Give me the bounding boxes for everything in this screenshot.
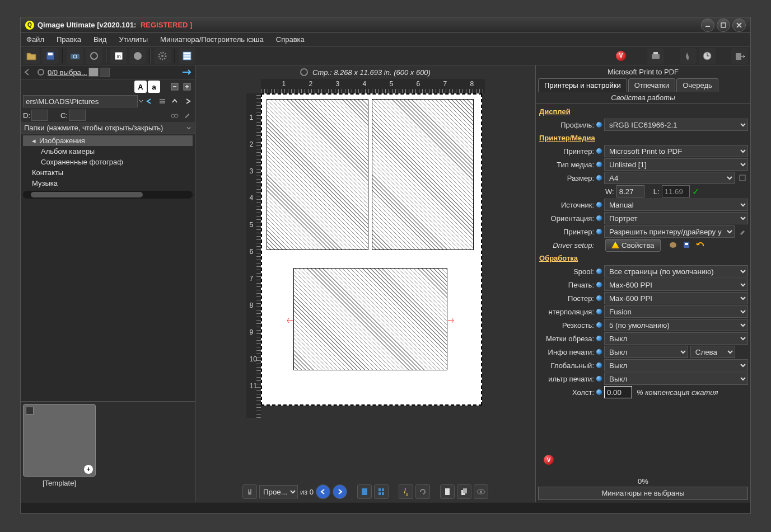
export-icon[interactable] bbox=[731, 48, 748, 64]
info-dot-icon[interactable] bbox=[596, 175, 602, 181]
menu-view[interactable]: Вид bbox=[91, 34, 109, 45]
binoculars-icon[interactable] bbox=[169, 110, 180, 121]
flame-icon[interactable] bbox=[680, 48, 697, 64]
drive-c-input[interactable] bbox=[69, 110, 86, 121]
tools-icon[interactable] bbox=[737, 226, 748, 237]
menu-utils[interactable]: Утилиты bbox=[116, 34, 150, 45]
palette-icon[interactable] bbox=[667, 239, 679, 251]
hand-icon[interactable] bbox=[242, 484, 257, 499]
nav-forward-icon[interactable] bbox=[181, 96, 193, 107]
info-dot-icon[interactable] bbox=[596, 269, 602, 274]
refresh-icon[interactable] bbox=[86, 48, 102, 64]
info-dot-icon[interactable] bbox=[596, 122, 602, 128]
in-icon[interactable]: In bbox=[110, 48, 127, 64]
layout-box-3[interactable] bbox=[293, 268, 447, 370]
tree-scrollbar[interactable] bbox=[23, 191, 193, 199]
width-input[interactable] bbox=[616, 185, 644, 197]
nav-up-icon[interactable] bbox=[169, 96, 180, 107]
tree-item[interactable]: Сохраненные фотограф bbox=[23, 157, 193, 167]
rotate-icon[interactable] bbox=[415, 484, 430, 499]
info-dot-icon[interactable] bbox=[596, 295, 602, 301]
a-dotted-icon[interactable]: A bbox=[134, 81, 147, 93]
path-dropdown-icon[interactable] bbox=[139, 97, 143, 105]
menu-thumb[interactable]: Миниатюра/Построитель кэша bbox=[158, 34, 266, 45]
minus-icon[interactable] bbox=[169, 81, 180, 92]
length-input[interactable] bbox=[662, 185, 690, 197]
info-dot-icon[interactable] bbox=[596, 229, 602, 234]
close-button[interactable] bbox=[732, 18, 746, 32]
orient-select[interactable]: Портрет bbox=[604, 212, 748, 224]
folder-tree-header[interactable]: Папки (нажмите, чтобы открыть/закрыть) bbox=[21, 122, 195, 134]
tab-prints[interactable]: Отпечатки bbox=[628, 78, 676, 92]
v-badge-icon[interactable]: V bbox=[616, 51, 626, 61]
path-input[interactable] bbox=[23, 95, 138, 107]
circle-icon[interactable] bbox=[35, 67, 46, 78]
thumb-add-icon[interactable]: + bbox=[84, 465, 93, 474]
history-back-icon[interactable] bbox=[23, 67, 34, 78]
info-dot-icon[interactable] bbox=[596, 162, 602, 167]
undo-icon[interactable] bbox=[694, 239, 705, 251]
save-icon[interactable] bbox=[42, 48, 59, 64]
thumbnails-status[interactable]: Миниатюры не выбраны bbox=[538, 487, 748, 500]
profile-select[interactable]: sRGB IEC61966-2.1 bbox=[604, 119, 748, 131]
gray-square-1[interactable] bbox=[88, 68, 99, 77]
page-select[interactable]: Прое... bbox=[259, 485, 298, 498]
info-dot-icon[interactable] bbox=[596, 148, 602, 154]
doc-icon[interactable] bbox=[440, 484, 455, 499]
open-folder-icon[interactable] bbox=[23, 48, 40, 64]
maximize-button[interactable] bbox=[717, 18, 730, 32]
layout-single-icon[interactable] bbox=[357, 484, 372, 499]
size-select[interactable]: A4 bbox=[604, 172, 735, 184]
unit-icon[interactable] bbox=[129, 48, 146, 64]
driver-properties-button[interactable]: Свойства bbox=[605, 239, 661, 252]
resize-left-icon[interactable] bbox=[286, 318, 294, 323]
printinfo-select[interactable]: Выкл bbox=[604, 346, 688, 358]
save-small-icon[interactable] bbox=[681, 239, 692, 251]
tab-printers[interactable]: Принтеры и настройки bbox=[538, 78, 627, 92]
menu-help[interactable]: Справка bbox=[274, 34, 307, 45]
menu-file[interactable]: Файл bbox=[24, 34, 46, 45]
doc-copy-icon[interactable] bbox=[457, 484, 471, 499]
interp-select[interactable]: Fusion bbox=[604, 305, 748, 318]
info-dot-icon[interactable] bbox=[596, 349, 602, 355]
page-preview[interactable] bbox=[261, 93, 482, 406]
layout-box-1[interactable] bbox=[267, 99, 368, 250]
info-dot-icon[interactable] bbox=[596, 336, 602, 341]
info-dot-icon[interactable] bbox=[596, 309, 602, 314]
canvas-input[interactable] bbox=[604, 386, 632, 398]
page-next-icon[interactable] bbox=[333, 484, 347, 499]
printinfo-side-select[interactable]: Слева bbox=[690, 346, 735, 358]
cropmarks-select[interactable]: Выкл bbox=[604, 332, 748, 345]
table-icon[interactable] bbox=[179, 48, 195, 64]
tree-item-images[interactable]: ◂Изображения bbox=[23, 135, 193, 146]
info-dot-icon[interactable] bbox=[596, 376, 602, 382]
print-icon[interactable] bbox=[647, 48, 664, 64]
template-thumbnail[interactable]: + bbox=[23, 404, 96, 477]
eye-icon[interactable] bbox=[474, 484, 488, 499]
filter-select[interactable]: Выкл bbox=[604, 373, 748, 385]
printer-mode-select[interactable]: Разрешить принтеру/драйверу у bbox=[604, 225, 735, 238]
sharpness-select[interactable]: 5 (по умолчанию) bbox=[604, 319, 748, 331]
clock-icon[interactable] bbox=[699, 48, 716, 64]
printer-select[interactable]: Microsoft Print to PDF bbox=[604, 145, 748, 157]
text-is-icon[interactable]: Is bbox=[399, 484, 413, 499]
size-detail-icon[interactable] bbox=[737, 172, 748, 183]
forward-arrow-icon[interactable] bbox=[181, 67, 193, 78]
source-select[interactable]: Manual bbox=[604, 199, 748, 211]
a-icon[interactable]: a bbox=[148, 81, 160, 93]
global-select[interactable]: Выкл bbox=[604, 359, 748, 371]
gear-icon[interactable] bbox=[154, 48, 171, 64]
dark-square[interactable] bbox=[100, 68, 110, 77]
tree-item[interactable]: Музыка bbox=[23, 178, 193, 189]
poster-select[interactable]: Max-600 PPI bbox=[604, 292, 748, 304]
drive-d-input[interactable] bbox=[31, 110, 48, 121]
layout-box-2[interactable] bbox=[372, 99, 474, 250]
minimize-button[interactable] bbox=[701, 18, 714, 32]
info-dot-icon[interactable] bbox=[596, 389, 602, 395]
plus-icon[interactable] bbox=[181, 81, 193, 92]
nav-back-icon[interactable] bbox=[144, 96, 156, 107]
tree-item[interactable]: Альбом камеры bbox=[23, 146, 193, 157]
info-dot-icon[interactable] bbox=[596, 282, 602, 288]
info-dot-icon[interactable] bbox=[596, 215, 602, 221]
info-dot-icon[interactable] bbox=[596, 202, 602, 208]
